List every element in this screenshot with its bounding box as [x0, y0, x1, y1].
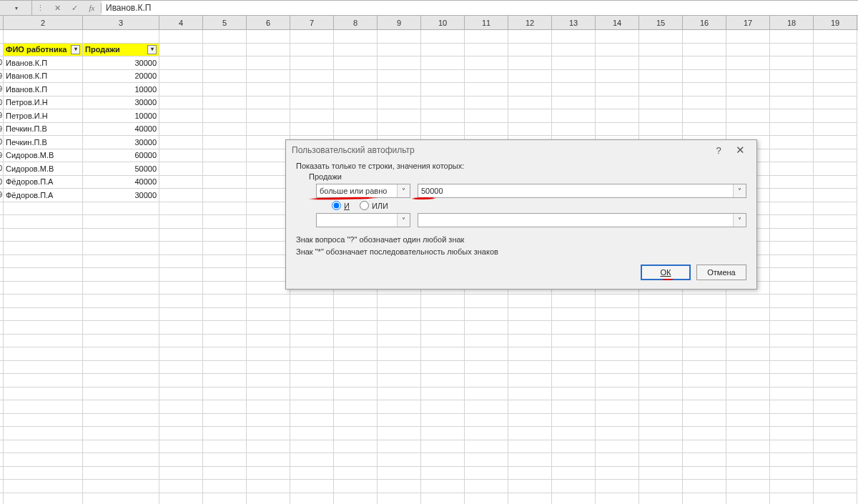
- fx-label[interactable]: fx: [84, 1, 101, 15]
- cell[interactable]: [334, 374, 378, 387]
- cell[interactable]: [552, 335, 596, 348]
- cell[interactable]: [683, 374, 726, 387]
- cell[interactable]: [334, 335, 378, 348]
- cell[interactable]: [83, 321, 159, 335]
- cell[interactable]: [83, 440, 159, 454]
- cell[interactable]: [814, 335, 857, 348]
- cell[interactable]: Сидоров.М.В: [4, 162, 83, 176]
- cell[interactable]: [290, 453, 334, 467]
- cell[interactable]: [421, 30, 465, 44]
- radio-and-input[interactable]: [332, 201, 341, 210]
- cell[interactable]: [334, 493, 378, 505]
- cell[interactable]: [203, 308, 247, 322]
- cell[interactable]: [552, 70, 596, 84]
- radio-or[interactable]: ИЛИ: [360, 201, 388, 210]
- cell[interactable]: [552, 493, 596, 505]
- cell[interactable]: [4, 335, 83, 348]
- cell[interactable]: [247, 347, 290, 361]
- cell[interactable]: [639, 361, 683, 375]
- cell[interactable]: [159, 109, 203, 123]
- cell[interactable]: [83, 30, 159, 44]
- cell[interactable]: [159, 361, 203, 375]
- cell[interactable]: [159, 44, 203, 57]
- cell[interactable]: [378, 335, 421, 348]
- cell[interactable]: [552, 308, 596, 322]
- cell[interactable]: [159, 136, 203, 149]
- cell[interactable]: [247, 136, 290, 149]
- cell[interactable]: [508, 30, 552, 44]
- cell[interactable]: [726, 480, 770, 493]
- col-header-8[interactable]: 8: [334, 16, 378, 29]
- cell[interactable]: [4, 467, 83, 480]
- cell[interactable]: [203, 30, 247, 44]
- cell[interactable]: [203, 347, 247, 361]
- cell[interactable]: [508, 467, 552, 480]
- cell[interactable]: Иванов.К.П: [4, 56, 83, 70]
- cell[interactable]: [508, 97, 552, 110]
- cell[interactable]: [290, 335, 334, 348]
- cell[interactable]: [247, 97, 290, 110]
- cell[interactable]: [421, 467, 465, 480]
- cell[interactable]: [247, 480, 290, 493]
- radio-or-input[interactable]: [360, 201, 369, 210]
- cell[interactable]: [770, 97, 814, 110]
- cell[interactable]: [421, 427, 465, 440]
- cell[interactable]: [378, 480, 421, 493]
- cell[interactable]: [814, 268, 857, 282]
- cell[interactable]: [203, 480, 247, 493]
- cell[interactable]: [203, 189, 247, 202]
- cell[interactable]: [203, 361, 247, 375]
- cell[interactable]: [247, 83, 290, 97]
- chevron-down-icon[interactable]: [397, 184, 410, 197]
- cell[interactable]: [247, 123, 290, 137]
- cell[interactable]: [247, 268, 290, 282]
- cell[interactable]: [770, 123, 814, 137]
- col-header-11[interactable]: 11: [465, 16, 508, 29]
- cell[interactable]: [247, 387, 290, 401]
- cell[interactable]: [639, 56, 683, 70]
- cell[interactable]: 40000: [83, 123, 159, 137]
- cell[interactable]: [247, 109, 290, 123]
- cell[interactable]: [552, 414, 596, 428]
- cell[interactable]: [465, 70, 508, 84]
- cell[interactable]: [4, 440, 83, 454]
- cell[interactable]: [421, 70, 465, 84]
- col-header-4[interactable]: 4: [159, 16, 203, 29]
- cell[interactable]: [639, 97, 683, 110]
- cell[interactable]: [203, 255, 247, 269]
- cell[interactable]: [83, 467, 159, 480]
- cell[interactable]: [159, 202, 203, 216]
- cell[interactable]: [378, 347, 421, 361]
- cell[interactable]: [683, 400, 726, 414]
- cell[interactable]: [552, 374, 596, 387]
- cell[interactable]: [334, 44, 378, 57]
- cell[interactable]: [247, 282, 290, 295]
- cell[interactable]: [814, 176, 857, 189]
- cell[interactable]: [814, 467, 857, 480]
- cell[interactable]: [770, 467, 814, 480]
- col-header-18[interactable]: 18: [770, 16, 814, 29]
- cell[interactable]: [770, 44, 814, 57]
- cell[interactable]: [465, 414, 508, 428]
- cell[interactable]: [770, 400, 814, 414]
- cell[interactable]: [726, 70, 770, 84]
- cell[interactable]: [596, 361, 639, 375]
- cell[interactable]: [4, 215, 83, 229]
- cell[interactable]: [203, 242, 247, 255]
- cell[interactable]: [247, 335, 290, 348]
- cell[interactable]: [508, 387, 552, 401]
- cell[interactable]: [421, 453, 465, 467]
- cell[interactable]: [814, 136, 857, 149]
- cell[interactable]: [814, 387, 857, 401]
- cell[interactable]: [203, 109, 247, 123]
- cell[interactable]: [4, 255, 83, 269]
- cell[interactable]: [639, 440, 683, 454]
- cell[interactable]: [814, 321, 857, 335]
- cell[interactable]: [465, 374, 508, 387]
- cell[interactable]: [683, 361, 726, 375]
- cell[interactable]: [247, 414, 290, 428]
- cell[interactable]: [4, 321, 83, 335]
- cell[interactable]: [726, 44, 770, 57]
- cell[interactable]: [552, 83, 596, 97]
- cell[interactable]: [83, 202, 159, 216]
